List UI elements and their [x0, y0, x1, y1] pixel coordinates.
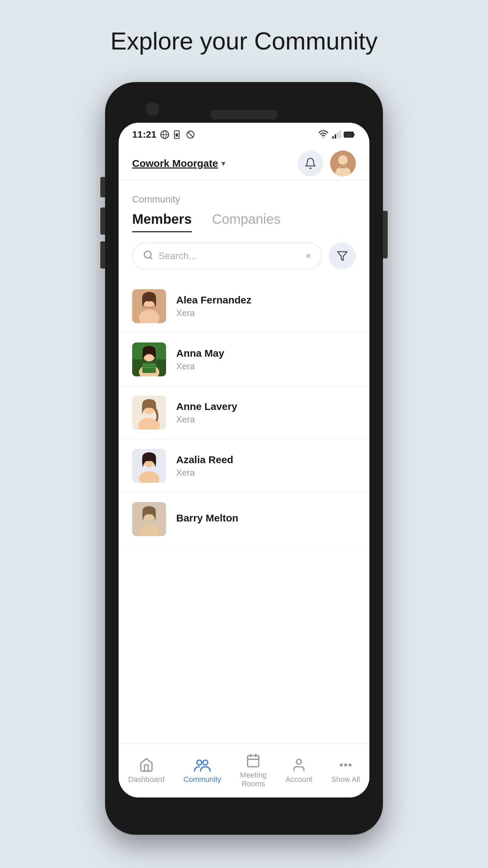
side-btn-power [383, 211, 388, 258]
nav-item-show-all[interactable]: Show All [325, 754, 367, 787]
tab-companies[interactable]: Companies [212, 212, 281, 232]
svg-point-50 [340, 763, 343, 766]
svg-point-49 [297, 759, 302, 764]
app-header: Cowork Moorgate ▾ [119, 146, 369, 180]
phone-screen: 11:21 Cowork Moorgate ▾ [119, 123, 369, 797]
svg-rect-28 [142, 364, 156, 366]
bell-icon [304, 157, 317, 170]
phone-top-bar [105, 82, 383, 123]
member-item[interactable]: Azalia Reed Xera [119, 439, 369, 493]
chevron-down-icon: ▾ [221, 159, 225, 168]
member-name: Alea Fernandez [176, 294, 356, 306]
anne-avatar [132, 396, 166, 430]
sim-icon [173, 130, 182, 139]
nav-item-dashboard[interactable]: Dashboard [121, 754, 171, 787]
member-info: Anne Lavery Xera [176, 401, 356, 425]
page-title: Explore your Community [110, 27, 378, 55]
svg-marker-18 [338, 252, 347, 260]
member-avatar [132, 502, 166, 536]
member-avatar [132, 289, 166, 323]
svg-rect-10 [339, 130, 341, 139]
wifi-icon [318, 130, 329, 139]
side-btn-volume-silent [100, 177, 105, 197]
member-company: Xera [176, 414, 356, 425]
people-icon [194, 757, 211, 772]
battery-icon [344, 130, 356, 139]
search-bar[interactable]: Search... × [132, 242, 322, 270]
member-item[interactable]: Anna May Xera [119, 333, 369, 386]
dots-icon [338, 757, 353, 772]
member-item[interactable]: Alea Fernandez Xera [119, 280, 369, 333]
home-icon [139, 757, 154, 772]
search-clear-button[interactable]: × [306, 251, 311, 261]
svg-point-51 [344, 763, 347, 766]
anna-avatar [132, 342, 166, 376]
nav-label-show-all: Show All [331, 775, 360, 784]
barry-avatar [132, 502, 166, 536]
member-avatar [132, 396, 166, 430]
globe-icon [160, 130, 169, 139]
member-name: Anna May [176, 348, 356, 359]
status-left: 11:21 [132, 129, 195, 140]
search-placeholder: Search... [159, 251, 300, 261]
svg-rect-7 [332, 136, 334, 139]
svg-point-43 [197, 760, 202, 765]
filter-icon [337, 250, 348, 262]
phone-camera [146, 102, 159, 116]
svg-rect-8 [334, 134, 336, 139]
section-header: Community [119, 180, 369, 205]
svg-point-44 [203, 760, 208, 765]
member-name: Azalia Reed [176, 454, 356, 466]
member-name: Barry Melton [176, 512, 356, 524]
member-avatar [132, 342, 166, 376]
member-info: Azalia Reed Xera [176, 454, 356, 478]
member-company: Xera [176, 308, 356, 318]
workspace-name: Cowork Moorgate [132, 158, 218, 169]
calendar-icon [246, 753, 261, 768]
nav-item-community[interactable]: Community [177, 754, 228, 787]
section-title: Community [132, 194, 180, 204]
member-company: Xera [176, 468, 356, 478]
notifications-button[interactable] [298, 151, 323, 176]
svg-line-6 [187, 132, 193, 137]
side-btn-volume-down [100, 241, 105, 269]
members-list: Alea Fernandez Xera [119, 280, 369, 743]
nav-item-account[interactable]: Account [279, 754, 319, 787]
svg-point-52 [348, 763, 351, 766]
nav-label-community: Community [183, 775, 221, 784]
nav-label-meeting-rooms: MeetingRooms [240, 771, 266, 788]
alea-avatar [132, 289, 166, 323]
member-item[interactable]: Barry Melton [119, 493, 369, 546]
header-actions [298, 151, 356, 176]
phone-speaker [210, 110, 278, 119]
member-info: Barry Melton [176, 512, 356, 526]
side-btn-volume-up [100, 208, 105, 235]
member-avatar [132, 449, 166, 483]
nav-label-dashboard: Dashboard [128, 775, 165, 784]
workspace-selector[interactable]: Cowork Moorgate ▾ [132, 158, 225, 169]
tab-members[interactable]: Members [132, 212, 192, 232]
user-avatar-icon [330, 151, 356, 176]
svg-rect-12 [345, 133, 352, 137]
member-info: Alea Fernandez Xera [176, 294, 356, 318]
member-item[interactable]: Anne Lavery Xera [119, 386, 369, 439]
member-info: Anna May Xera [176, 348, 356, 372]
svg-line-17 [150, 257, 152, 258]
content-area: Community Members Companies Search... [119, 180, 369, 743]
nav-item-meeting-rooms[interactable]: MeetingRooms [233, 750, 273, 792]
user-avatar-button[interactable] [330, 151, 356, 176]
nav-label-account: Account [285, 775, 312, 784]
filter-button[interactable] [329, 242, 356, 270]
svg-point-14 [338, 155, 348, 165]
svg-rect-9 [337, 132, 339, 139]
status-right-icons [318, 130, 356, 139]
person-icon [291, 757, 306, 772]
bottom-nav: Dashboard Community [119, 743, 369, 797]
signal-icon [331, 130, 341, 139]
svg-rect-29 [142, 367, 156, 368]
phone-frame: 11:21 Cowork Moorgate ▾ [105, 82, 383, 835]
no-ring-icon [186, 130, 195, 139]
azalia-avatar [132, 449, 166, 483]
status-time: 11:21 [132, 129, 157, 140]
status-bar: 11:21 [119, 123, 369, 146]
